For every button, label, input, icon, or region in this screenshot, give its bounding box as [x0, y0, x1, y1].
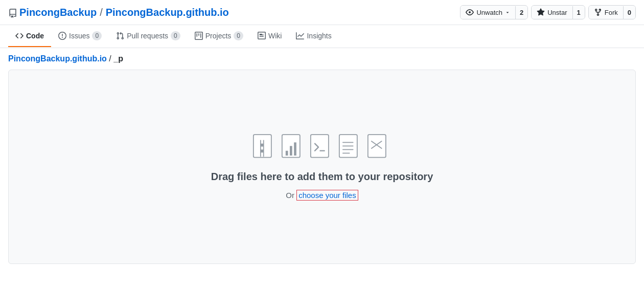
- tab-issues-label: Issues: [69, 32, 89, 40]
- tab-pull-requests-label: Pull requests: [127, 32, 168, 40]
- tab-wiki-label: Wiki: [268, 32, 282, 40]
- tab-insights[interactable]: Insights: [289, 26, 338, 47]
- repo-owner-link[interactable]: PincongBackup: [19, 7, 97, 18]
- header-actions: Unwatch 2 Unstar 1 Fork: [460, 5, 636, 19]
- watch-count: 2: [515, 6, 527, 19]
- drop-main-text: Drag files here to add them to your repo…: [211, 171, 433, 183]
- drop-zone[interactable]: Drag files here to add them to your repo…: [8, 70, 636, 264]
- projects-badge: 0: [234, 31, 243, 40]
- svg-rect-6: [286, 151, 288, 156]
- pdf-file-icon: [367, 134, 392, 163]
- svg-rect-9: [311, 135, 329, 157]
- pull-requests-badge: 0: [171, 31, 180, 40]
- star-count: 1: [572, 6, 585, 19]
- watch-label: Unwatch: [476, 9, 502, 16]
- tab-projects[interactable]: Projects 0: [188, 25, 250, 48]
- code-file-icon: [310, 134, 334, 163]
- breadcrumb-separator: /: [109, 54, 113, 63]
- fork-button[interactable]: Fork: [589, 6, 623, 19]
- tab-code[interactable]: Code: [8, 26, 51, 47]
- tab-projects-label: Projects: [205, 32, 232, 40]
- repo-icon: [8, 7, 17, 18]
- tab-insights-label: Insights: [307, 32, 331, 40]
- fork-btn-group: Fork 0: [588, 5, 636, 19]
- breadcrumb-root-link[interactable]: PincongBackup.github.io: [8, 54, 107, 63]
- fork-label: Fork: [605, 9, 618, 16]
- star-label: Unstar: [547, 9, 567, 16]
- svg-rect-16: [368, 135, 386, 157]
- chart-file-icon: [281, 134, 306, 163]
- tab-code-label: Code: [26, 32, 44, 40]
- drop-sub-prefix: Or: [286, 191, 296, 200]
- tab-wiki[interactable]: Wiki: [250, 26, 289, 47]
- tab-pull-requests[interactable]: Pull requests 0: [109, 25, 188, 48]
- star-btn-group: Unstar 1: [531, 5, 585, 19]
- svg-rect-4: [261, 149, 264, 152]
- star-button[interactable]: Unstar: [532, 6, 572, 19]
- svg-rect-8: [294, 142, 296, 156]
- breadcrumb: PincongBackup.github.io / _p: [0, 48, 644, 70]
- repo-separator: /: [100, 7, 103, 18]
- svg-rect-3: [261, 144, 264, 147]
- repo-title: PincongBackup / PincongBackup.github.io: [8, 7, 229, 18]
- svg-rect-7: [290, 146, 292, 156]
- fork-count: 0: [623, 6, 635, 19]
- watch-btn-group: Unwatch 2: [460, 5, 528, 19]
- watch-button[interactable]: Unwatch: [461, 6, 515, 19]
- zip-file-icon: [252, 134, 277, 163]
- drop-sub-text: Or choose your files: [286, 191, 358, 200]
- nav-tabs: Code Issues 0 Pull requests 0 Projects 0…: [0, 25, 644, 48]
- issues-badge: 0: [92, 31, 102, 40]
- tab-issues[interactable]: Issues 0: [51, 25, 109, 48]
- breadcrumb-current: _p: [113, 54, 123, 63]
- choose-files-link[interactable]: choose your files: [296, 190, 358, 201]
- repo-name-link[interactable]: PincongBackup.github.io: [106, 7, 229, 18]
- text-file-icon: [338, 134, 363, 163]
- top-header: PincongBackup / PincongBackup.github.io …: [0, 0, 644, 25]
- file-icons: [252, 134, 392, 163]
